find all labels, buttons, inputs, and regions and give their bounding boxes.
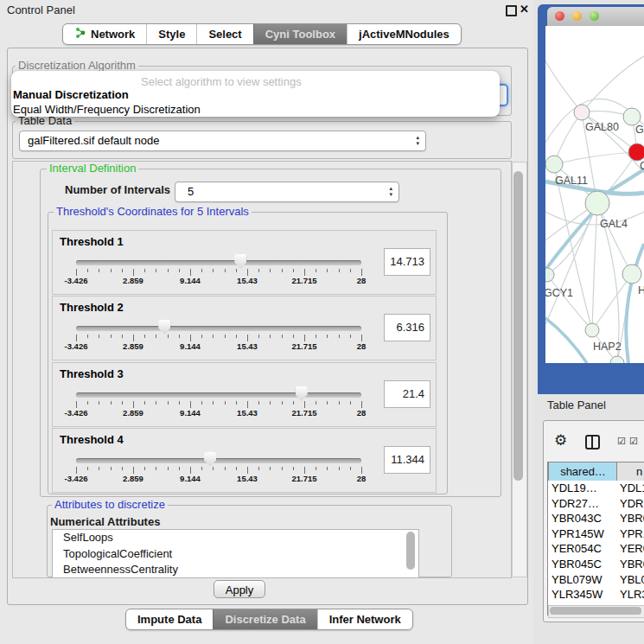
node-label-partial: GA: [635, 124, 644, 136]
attribute-list-item[interactable]: SelfLoops: [53, 530, 418, 546]
table-data-combobox[interactable]: galFiltered.sif default node ▴▾: [19, 131, 426, 151]
threshold-slider-thumb[interactable]: [158, 320, 170, 335]
tab-select[interactable]: Select: [196, 24, 252, 44]
table-row[interactable]: YDL19…YDL1: [548, 481, 644, 496]
threshold-slider-thumb[interactable]: [204, 452, 216, 467]
slider-tick-mark: [236, 269, 237, 272]
table-row[interactable]: YBR043CYBR0: [548, 511, 644, 526]
table-column-header-shared[interactable]: shared…: [548, 462, 618, 481]
table-column-header-n[interactable]: n: [616, 462, 644, 481]
slider-scale-label: 2.859: [123, 408, 143, 418]
slider-tick-mark: [327, 269, 328, 272]
slider-tick-mark: [339, 335, 340, 338]
table-row[interactable]: YBL079WYBL0: [548, 572, 644, 588]
network-node-hap2[interactable]: [585, 323, 599, 337]
network-graph[interactable]: GAL80GAL11GAL4GCY1HHAP2GAC: [545, 26, 644, 363]
tab-label: Discretize Data: [225, 613, 305, 626]
slider-tick-mark: [133, 335, 134, 341]
network-node[interactable]: [628, 143, 644, 161]
slider-tick-mark: [225, 269, 226, 272]
slider-tick-mark: [316, 269, 316, 272]
network-edge[interactable]: [554, 152, 637, 164]
table-row[interactable]: YBR045CYBR0: [548, 557, 644, 572]
table-settings-gear-icon[interactable]: ⚙: [554, 431, 567, 450]
threshold-slider-track[interactable]: [76, 392, 361, 398]
threshold-value-field[interactable]: 21.4: [384, 380, 430, 408]
table-rows[interactable]: YDL19…YDL1YDR27…YDR2YBR043CYBR0YPR145WYP…: [548, 481, 644, 605]
show-column-checkbox-icon[interactable]: ☑: [617, 436, 626, 447]
close-panel-icon[interactable]: ✕: [520, 3, 529, 16]
network-edge-thick[interactable]: [545, 318, 587, 363]
top-tab-bar: NetworkStyleSelectCyni ToolboxjActiveMNo…: [62, 23, 462, 45]
network-edge-thick[interactable]: [626, 244, 644, 363]
network-canvas[interactable]: GAL80GAL11GAL4GCY1HHAP2GAC: [545, 26, 644, 363]
network-node-gal80[interactable]: [574, 105, 590, 120]
network-node[interactable]: [623, 108, 641, 125]
slider-tick-mark: [201, 269, 202, 272]
number-of-intervals-combobox[interactable]: 5 ▴▾: [175, 182, 399, 202]
threshold-label: Threshold 4: [60, 433, 124, 446]
network-node-gal11[interactable]: [545, 156, 563, 173]
attribute-list-item[interactable]: BetweennessCentrality: [53, 562, 418, 578]
algorithm-option-equal-width[interactable]: Equal Width/Frequency Discretization: [13, 103, 201, 116]
apply-button[interactable]: Apply: [214, 580, 265, 598]
threshold-slider-track[interactable]: [76, 326, 361, 331]
algorithm-placeholder: Select algorithm to view settings: [141, 75, 302, 88]
network-node-gal4[interactable]: [585, 191, 609, 215]
slider-tick-mark: [236, 335, 237, 338]
float-panel-icon[interactable]: [506, 5, 517, 16]
minimize-window-icon[interactable]: [572, 11, 582, 21]
attribute-list-item[interactable]: TopologicalCoefficient: [53, 546, 418, 563]
cell-shared-name: YBR043C: [552, 512, 602, 525]
tab-impute-data[interactable]: Impute Data: [126, 609, 213, 629]
interval-definition-title: Interval Definition: [47, 163, 138, 175]
numerical-attributes-list[interactable]: SelfLoopsTopologicalCoefficientBetweenne…: [52, 529, 419, 578]
slider-tick-mark: [76, 335, 77, 341]
network-edge-thick[interactable]: [545, 207, 597, 270]
zoom-window-icon[interactable]: [590, 11, 599, 21]
tab-cyni-toolbox[interactable]: Cyni Toolbox: [253, 24, 347, 44]
slider-tick-mark: [304, 467, 305, 474]
scrollbar-thumb[interactable]: [513, 171, 523, 481]
network-edge[interactable]: [592, 203, 597, 330]
threshold-slider-thumb[interactable]: [234, 254, 246, 269]
table-row[interactable]: YER054CYER0: [548, 541, 644, 557]
number-of-intervals-label: Number of Intervals: [65, 183, 170, 196]
threshold-slider-track[interactable]: [76, 458, 361, 463]
slider-tick-mark: [293, 335, 294, 338]
cell-name: YDL1: [620, 481, 644, 494]
tab-infer-network[interactable]: Infer Network: [317, 609, 412, 629]
table-row[interactable]: YDR27…YDR2: [548, 496, 644, 512]
slider-tick-mark: [293, 401, 294, 405]
threshold-slider-track[interactable]: [76, 260, 361, 265]
threshold-value-field[interactable]: 6.316: [384, 314, 430, 341]
tab-discretize-data[interactable]: Discretize Data: [213, 609, 316, 629]
table-data-value: galFiltered.sif default node: [28, 131, 159, 150]
network-node-h[interactable]: [622, 265, 641, 284]
network-window-titlebar[interactable]: [547, 7, 644, 27]
threshold-value-field[interactable]: 14.713: [384, 248, 430, 276]
vertical-scrollbar[interactable]: [512, 162, 527, 577]
attributes-scrollbar-thumb[interactable]: [406, 532, 415, 570]
cell-name: YBR0: [620, 512, 644, 525]
hscrollbar-thumb[interactable]: [550, 607, 641, 615]
slider-tick-mark: [122, 335, 123, 338]
tab-style[interactable]: Style: [146, 24, 196, 44]
column-layout-icon[interactable]: [585, 435, 600, 450]
algorithm-dropdown-popup: Select algorithm to view settings Manual…: [11, 71, 500, 117]
slider-tick-mark: [111, 335, 112, 338]
algorithm-option-manual[interactable]: Manual Discretization: [13, 88, 129, 101]
slider-tick-mark: [213, 335, 214, 338]
threshold-value-field[interactable]: 11.344: [384, 446, 430, 474]
tab-network[interactable]: Network: [63, 24, 146, 44]
cell-shared-name: YDL19…: [552, 481, 597, 494]
tab-jactivemnodules[interactable]: jActiveMNodules: [347, 24, 461, 44]
table-row[interactable]: YPR145WYPR1: [548, 526, 644, 542]
show-column-checkbox-icon[interactable]: ☑: [629, 436, 638, 447]
table-row[interactable]: YLR345WYLR3: [548, 587, 644, 603]
network-edge[interactable]: [582, 56, 644, 112]
threshold-slider-thumb[interactable]: [296, 386, 308, 401]
table-horizontal-scrollbar[interactable]: [548, 605, 644, 618]
close-window-icon[interactable]: [555, 11, 564, 21]
network-edge[interactable]: [545, 61, 582, 112]
